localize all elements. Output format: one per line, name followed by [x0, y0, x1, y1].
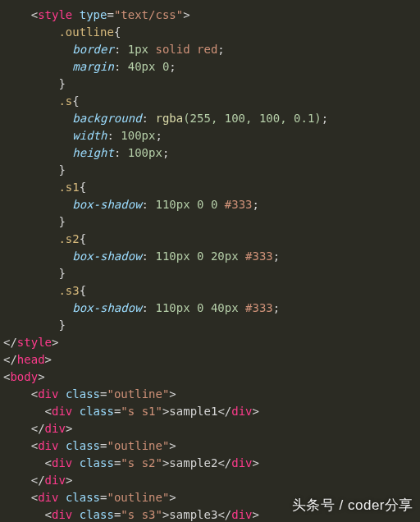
code-block: <style type="text/css"> .outline{ border… [0, 0, 420, 522]
watermark: 头条号 / coder分享 [292, 495, 413, 516]
tag-style-open: style [38, 8, 72, 21]
